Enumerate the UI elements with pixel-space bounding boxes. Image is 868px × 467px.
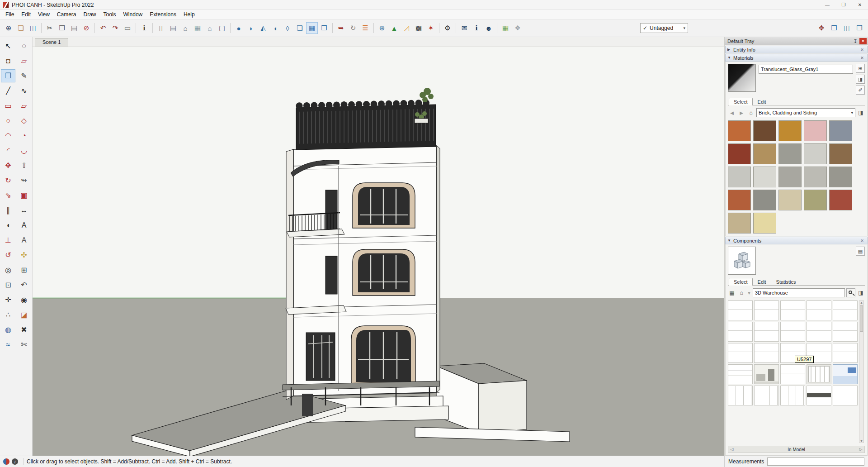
facet-shape-icon[interactable]: ◊: [282, 22, 293, 34]
move-icon[interactable]: ✥: [1, 159, 15, 172]
home-building-icon[interactable]: ⌂: [179, 22, 191, 34]
material-swatch[interactable]: [728, 190, 751, 210]
two-point-arc-icon[interactable]: ◜: [1, 144, 15, 157]
prism-shape-icon[interactable]: ◭: [257, 22, 269, 34]
scissors-tool-icon[interactable]: ✄: [17, 338, 31, 351]
shed-building-icon[interactable]: ⌂: [204, 22, 216, 34]
follow-me-icon[interactable]: ↬: [17, 174, 31, 187]
select-icon[interactable]: ↖: [1, 39, 15, 52]
menu-draw[interactable]: Draw: [80, 10, 100, 19]
settings-gears-icon[interactable]: ⚙: [442, 22, 453, 34]
material-swatch[interactable]: [728, 167, 751, 187]
paint-bucket-icon[interactable]: ◘: [1, 54, 15, 67]
three-point-arc-icon[interactable]: ◡: [17, 144, 31, 157]
component-thumb[interactable]: [728, 322, 753, 342]
material-swatch[interactable]: [829, 143, 852, 164]
entity-info-header[interactable]: ▶ Entity Info ✕: [725, 46, 868, 53]
geo-status-icon[interactable]: [3, 458, 9, 465]
save-model-icon[interactable]: ◫: [27, 22, 39, 34]
component-thumb[interactable]: [833, 322, 858, 342]
scroll-up-icon[interactable]: ▲: [859, 301, 863, 304]
circle-icon[interactable]: ○: [1, 114, 15, 127]
tray-close-button[interactable]: ✕: [859, 38, 867, 44]
scroll-down-icon[interactable]: ▼: [859, 439, 863, 443]
materials-tab-edit[interactable]: Edit: [753, 98, 771, 105]
material-swatch[interactable]: [753, 143, 776, 164]
material-swatch[interactable]: [778, 167, 802, 187]
refresh-icon[interactable]: ↻: [347, 22, 359, 34]
component-thumb[interactable]: [728, 364, 753, 384]
collapse-arrow-icon[interactable]: ▼: [727, 238, 733, 243]
redo-icon[interactable]: ↷: [109, 22, 121, 34]
push-pull-icon[interactable]: ⇧: [17, 159, 31, 172]
component-thumb[interactable]: [780, 300, 805, 320]
eraser-icon[interactable]: ▱: [17, 54, 31, 67]
forward-arrow-icon[interactable]: ▶: [737, 109, 745, 117]
rotated-rectangle-icon[interactable]: ▱: [17, 99, 31, 112]
material-swatch[interactable]: [804, 143, 827, 164]
sphere-shape-icon[interactable]: ●: [233, 22, 245, 34]
photo-match-icon[interactable]: ✶: [425, 22, 437, 34]
collections-icon[interactable]: ▦: [728, 289, 736, 297]
mail-icon[interactable]: ✉: [458, 22, 470, 34]
offset-icon[interactable]: ▣: [17, 189, 31, 202]
component-thumb[interactable]: [754, 300, 779, 320]
warehouse-search-input[interactable]: [753, 288, 845, 297]
position-camera-icon[interactable]: ✛: [1, 293, 15, 306]
components-tab-statistics[interactable]: Statistics: [771, 278, 801, 286]
menu-file[interactable]: File: [2, 10, 18, 19]
component-blue-icon[interactable]: ❐: [854, 22, 865, 34]
freehand-icon[interactable]: ∿: [17, 84, 31, 97]
layers-tool-icon[interactable]: ≈: [1, 338, 15, 351]
warehouse-blue-icon[interactable]: ❒: [828, 22, 840, 34]
expand-arrow-icon[interactable]: ▶: [727, 48, 733, 52]
details-pane-icon[interactable]: ◨: [857, 109, 865, 117]
material-swatch[interactable]: [753, 120, 776, 141]
materials-close-icon[interactable]: ✕: [859, 56, 865, 60]
pages-icon[interactable]: ▤: [167, 22, 179, 34]
display-secondary-pane-button[interactable]: ◨: [856, 75, 865, 84]
terrain-image-icon[interactable]: ▦: [500, 22, 511, 34]
materials-header[interactable]: ▼ Materials ✕: [725, 54, 868, 62]
undo-icon[interactable]: ↶: [97, 22, 109, 34]
send-to-layout-icon[interactable]: ☰: [359, 22, 371, 34]
material-swatch[interactable]: [778, 120, 802, 141]
menu-help[interactable]: Help: [180, 10, 198, 19]
material-swatch[interactable]: [778, 190, 802, 210]
component-thumb[interactable]: [807, 322, 831, 342]
menu-extensions[interactable]: Extensions: [146, 10, 180, 19]
next-page-icon[interactable]: ▷: [857, 447, 864, 452]
erase-delete-icon[interactable]: ⊘: [80, 22, 92, 34]
material-swatch[interactable]: [728, 213, 751, 234]
viewport-canvas[interactable]: [33, 47, 724, 456]
tag-dropdown[interactable]: ✓ Untagged ▾: [640, 23, 688, 33]
walk-icon[interactable]: ∴: [1, 308, 15, 321]
new-model-icon[interactable]: ⊕: [3, 22, 14, 34]
search-button[interactable]: [846, 288, 855, 297]
scale-icon[interactable]: ⇘: [1, 189, 15, 202]
entity-info-icon[interactable]: ℹ: [138, 22, 150, 34]
component-thumb[interactable]: [728, 343, 753, 363]
pencil-tag-icon[interactable]: ✎: [17, 69, 31, 82]
menu-view[interactable]: View: [34, 10, 53, 19]
column-icon[interactable]: ▯: [155, 22, 167, 34]
half-shell-shape-icon[interactable]: ◗: [245, 22, 257, 34]
menu-edit[interactable]: Edit: [18, 10, 34, 19]
menu-window[interactable]: Window: [120, 10, 146, 19]
xray-tool-icon[interactable]: ◍: [1, 323, 15, 336]
components-tab-edit[interactable]: Edit: [753, 278, 771, 286]
components-header[interactable]: ▼ Components ✕: [725, 237, 868, 244]
material-name-field[interactable]: [759, 65, 853, 74]
component-thumb[interactable]: [833, 364, 858, 384]
component-thumb[interactable]: [754, 386, 779, 405]
pan-icon[interactable]: ✣: [17, 248, 31, 262]
textured-cube-icon[interactable]: ❒: [318, 22, 330, 34]
zoom-window-icon[interactable]: ⊞: [17, 263, 31, 276]
zoom-icon[interactable]: ◎: [1, 263, 15, 276]
sample-paint-button[interactable]: ✐: [856, 86, 865, 95]
component-thumb[interactable]: [754, 343, 779, 363]
in-model-components-button[interactable]: ▤: [856, 247, 865, 256]
add-location-icon[interactable]: ⊕: [376, 22, 388, 34]
material-swatch[interactable]: [728, 120, 751, 141]
pin-icon[interactable]: ↧: [852, 38, 859, 44]
